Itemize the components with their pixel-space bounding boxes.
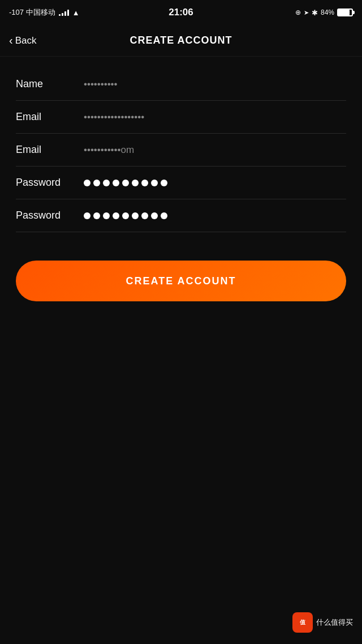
email-label-1: Email xyxy=(16,111,84,123)
watermark: 值 什么值得买 xyxy=(292,612,353,633)
email-input-2[interactable] xyxy=(84,144,346,156)
dot xyxy=(151,212,158,219)
button-container: CREATE ACCOUNT xyxy=(0,261,362,301)
watermark-icon: 值 xyxy=(292,612,313,633)
battery-percent: 84% xyxy=(321,8,334,16)
dot xyxy=(141,212,148,219)
create-account-form: Name Email Email Password Password xyxy=(0,68,362,232)
wifi-icon: ▲ xyxy=(72,8,80,17)
password-dots-2 xyxy=(84,212,167,219)
back-label: Back xyxy=(15,35,37,46)
back-chevron-icon: ‹ xyxy=(9,35,13,46)
dot xyxy=(161,180,167,186)
create-account-button[interactable]: CREATE ACCOUNT xyxy=(16,261,346,301)
status-time: 21:06 xyxy=(169,7,193,18)
dot xyxy=(141,180,148,186)
status-left: -107 中国移动 ▲ xyxy=(9,7,80,18)
password-label-1: Password xyxy=(16,177,84,189)
nav-bar: ‹ Back CREATE ACCOUNT xyxy=(0,25,362,57)
dot xyxy=(132,180,139,186)
email-label-2: Email xyxy=(16,144,84,156)
bluetooth-icon: ✱ xyxy=(312,8,318,17)
dot xyxy=(161,212,167,219)
dot xyxy=(103,180,110,186)
watermark-text: 什么值得买 xyxy=(316,617,353,628)
dot xyxy=(122,180,129,186)
dot xyxy=(132,212,139,219)
status-bar: -107 中国移动 ▲ 21:06 ⊕ ➤ ✱ 84% xyxy=(0,0,362,25)
dot xyxy=(122,212,129,219)
arrow-icon: ➤ xyxy=(304,9,309,16)
name-field-row: Name xyxy=(16,68,346,101)
email-input-1[interactable] xyxy=(84,112,346,123)
dot xyxy=(103,212,110,219)
dot xyxy=(113,212,119,219)
dot xyxy=(113,180,119,186)
signal-bars-icon xyxy=(59,9,69,16)
location-icon: ⊕ xyxy=(295,8,301,16)
password-dots-1 xyxy=(84,180,167,186)
battery-icon xyxy=(337,8,353,16)
status-right: ⊕ ➤ ✱ 84% xyxy=(295,8,353,17)
signal-text: -107 中国移动 xyxy=(9,7,55,18)
dot xyxy=(93,212,100,219)
password-field-row-2: Password xyxy=(16,199,346,232)
back-button[interactable]: ‹ Back xyxy=(9,35,36,46)
name-label: Name xyxy=(16,78,84,90)
page-title: CREATE ACCOUNT xyxy=(130,35,232,46)
dot xyxy=(84,212,90,219)
password-label-2: Password xyxy=(16,210,84,221)
dot xyxy=(151,180,158,186)
email-field-row-2: Email xyxy=(16,134,346,167)
name-input[interactable] xyxy=(84,79,346,90)
password-field-row-1: Password xyxy=(16,167,346,199)
dot xyxy=(93,180,100,186)
dot xyxy=(84,180,90,186)
email-field-row-1: Email xyxy=(16,101,346,134)
